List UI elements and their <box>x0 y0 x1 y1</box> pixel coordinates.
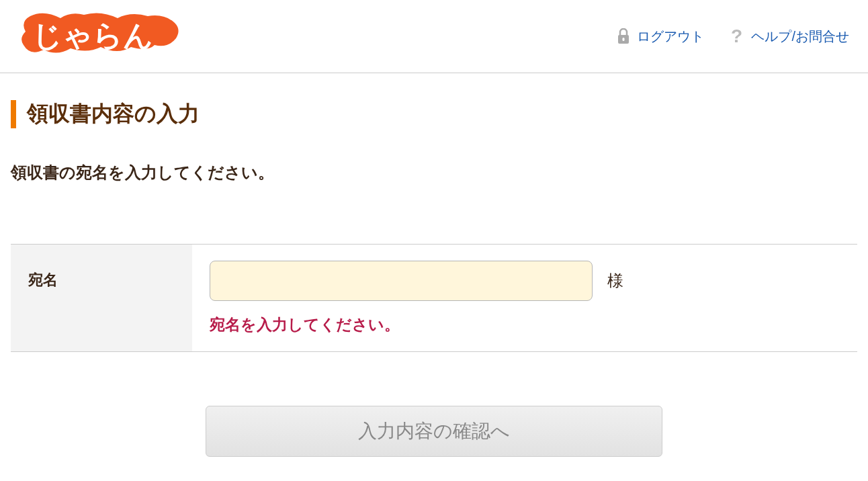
recipient-input[interactable] <box>210 261 593 301</box>
svg-text:じゃらん: じゃらん <box>32 19 153 52</box>
help-label: ヘルプ/お問合せ <box>751 28 849 46</box>
header: じゃらん ログアウト ? ヘルプ/お問合せ <box>0 0 868 73</box>
page-title: 領収書内容の入力 <box>11 100 857 128</box>
recipient-row: 宛名 様 宛名を入力してください。 <box>11 244 857 352</box>
recipient-label: 宛名 <box>11 245 192 351</box>
button-area: 入力内容の確認へ <box>11 406 857 457</box>
recipient-suffix: 様 <box>607 270 623 292</box>
recipient-input-cell: 様 宛名を入力してください。 <box>192 245 857 351</box>
input-row: 様 <box>210 261 840 301</box>
error-message: 宛名を入力してください。 <box>210 314 840 335</box>
question-icon: ? <box>728 28 744 44</box>
logo[interactable]: じゃらん <box>13 8 181 64</box>
content: 領収書内容の入力 領収書の宛名を入力してください。 宛名 様 宛名を入力してくだ… <box>0 73 868 481</box>
lock-icon <box>617 28 630 44</box>
logout-label: ログアウト <box>637 28 704 46</box>
header-links: ログアウト ? ヘルプ/お問合せ <box>617 28 849 46</box>
svg-rect-2 <box>623 38 625 41</box>
help-link[interactable]: ? ヘルプ/お問合せ <box>728 28 849 46</box>
submit-button[interactable]: 入力内容の確認へ <box>206 406 662 457</box>
logout-link[interactable]: ログアウト <box>617 28 704 46</box>
instruction-text: 領収書の宛名を入力してください。 <box>11 162 857 183</box>
